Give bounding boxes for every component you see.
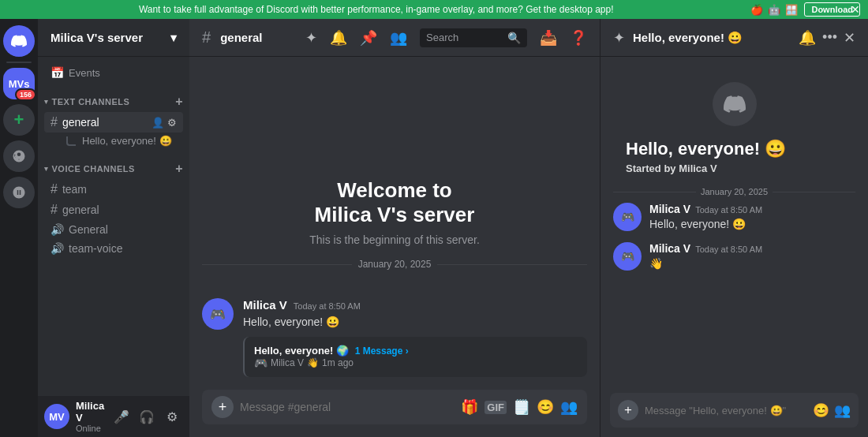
server-icon-milica[interactable]: MVs 156 (3, 68, 35, 99)
date-divider-text: January 20, 2025 (358, 259, 432, 270)
notification-bell-icon[interactable]: 🔔 (330, 29, 347, 47)
channels-list: 📅 Events ▾ TEXT CHANNELS + # general 👤 ⚙ (38, 57, 189, 396)
emoji-icon[interactable]: 😊 (537, 398, 554, 416)
discord-home-button[interactable] (3, 25, 35, 57)
download-server-icon[interactable] (3, 140, 35, 172)
thread-hello-everyone[interactable]: Hello, everyone! 😀 (44, 133, 183, 149)
channel-member-icon[interactable]: 👤 (152, 117, 164, 129)
people-icon[interactable]: 👥 (560, 398, 578, 416)
channel-settings-icon[interactable]: ⚙ (167, 117, 177, 129)
channel-general2-name: general (62, 204, 99, 216)
thread-bell-icon[interactable]: 🔔 (799, 29, 816, 47)
reply-from-emoji: 👋 (307, 357, 319, 368)
channel-team-name: team (62, 183, 87, 196)
voice-icon-general: 🔊 (51, 223, 64, 236)
hashtag-icon[interactable]: ✦ (305, 29, 317, 47)
thread-message-1: 🎮 Milica V Today at 8:50 AM Hello, every… (613, 203, 855, 233)
thread-line (66, 136, 76, 146)
server-header[interactable]: Milica V's server ▾ (38, 19, 189, 57)
server-list: MVs 156 + (0, 19, 38, 437)
thread-people-icon[interactable]: 👥 (834, 402, 851, 419)
message-author: Milica V (243, 298, 287, 312)
sidebar: Milica V's server ▾ 📅 Events ▾ TEXT CHAN… (38, 19, 189, 437)
voice-team-name: team-voice (69, 242, 122, 255)
voice-channels-category[interactable]: ▾ VOICE CHANNELS + (38, 149, 189, 179)
banner-text: Want to take full advantage of Discord w… (8, 4, 744, 15)
calendar-icon: 📅 (51, 66, 64, 79)
thread-avatar-2: 🎮 (613, 242, 642, 271)
message-group: 🎮 Milica V Today at 8:50 AM Hello, every… (202, 298, 587, 377)
channel-voice-general[interactable]: 🔊 General (44, 220, 183, 239)
channel-general-name: general (62, 116, 99, 129)
reply-avatar-emoji: 🎮 (254, 357, 268, 369)
user-name: Milica V (76, 400, 104, 424)
date-divider: January 20, 2025 (202, 259, 587, 270)
user-area: MV Milica V Online 🎤 🎧 ⚙ (38, 396, 189, 437)
search-icon: 🔍 (507, 32, 521, 44)
sidebar-events[interactable]: 📅 Events (44, 63, 183, 82)
reply-text: Hello, everyone! 🌍 (254, 345, 349, 357)
voice-channels-label: VOICE CHANNELS (52, 164, 135, 174)
text-channels-category[interactable]: ▾ TEXT CHANNELS + (38, 82, 189, 112)
thread-header-actions: 🔔 ••• ✕ (799, 29, 855, 47)
user-settings-button[interactable]: ⚙ (161, 405, 183, 428)
user-info: Milica V Online (76, 400, 104, 433)
add-server-button[interactable]: + (3, 104, 35, 136)
reply-from-name: Milica V (271, 357, 304, 368)
inbox-icon[interactable]: 📥 (540, 29, 557, 47)
server-list-divider (6, 62, 32, 63)
thread-input-box: + 😊 👥 (610, 393, 859, 428)
message-input-box: + 🎁 GIF 🗒️ 😊 👥 (202, 390, 587, 424)
thread-msg-time-1: Today at 8:50 AM (695, 205, 762, 215)
mute-button[interactable]: 🎤 (110, 405, 133, 428)
user-avatar: MV (44, 404, 69, 429)
thread-message-input[interactable] (645, 405, 806, 416)
search-bar[interactable]: Search 🔍 (420, 28, 527, 47)
reply-link[interactable]: 1 Message › (355, 345, 409, 357)
thread-add-button[interactable]: + (618, 400, 638, 420)
gift-icon[interactable]: 🎁 (461, 398, 478, 416)
thread-started-by: Started by Milica V (613, 162, 855, 174)
thread-name: Hello, everyone! 😀 (82, 135, 172, 147)
message-input[interactable] (240, 401, 455, 413)
main-layout: MVs 156 + Milica V's server ▾ 📅 Events ▾… (0, 19, 868, 437)
thread-panel-title: Hello, everyone! 😀 (633, 31, 791, 45)
welcome-section: Welcome to Milica V's server This is the… (202, 178, 587, 282)
welcome-title: Welcome to Milica V's server (202, 178, 587, 227)
text-channel-icon-team: # (51, 182, 58, 196)
add-attachment-button[interactable]: + (211, 396, 234, 418)
thread-panel: ✦ Hello, everyone! 😀 🔔 ••• ✕ Hello, ever… (600, 19, 868, 437)
thread-more-icon[interactable]: ••• (822, 29, 837, 47)
voice-icon-team: 🔊 (51, 242, 64, 255)
thread-msg-text-1: Hello, everyone! 😀 (649, 217, 855, 233)
thread-date-divider: January 20, 2025 (613, 187, 855, 196)
channel-team[interactable]: # team (44, 179, 183, 200)
sticker-icon[interactable]: 🗒️ (513, 398, 530, 416)
channel-voice-team[interactable]: 🔊 team-voice (44, 239, 183, 258)
thread-close-icon[interactable]: ✕ (844, 29, 855, 47)
message-content: Milica V Today at 8:50 AM Hello, everyon… (243, 298, 587, 377)
windows-icon: 🪟 (785, 4, 798, 16)
gif-icon[interactable]: GIF (485, 401, 507, 414)
thread-input-icons: 😊 👥 (813, 402, 851, 419)
banner-platform-icons: 🍎 🤖 🪟 (750, 4, 798, 16)
channel-general[interactable]: # general 👤 ⚙ (44, 112, 183, 133)
thread-date-text: January 20, 2025 (701, 187, 768, 196)
thread-messages: Hello, everyone! 😀 Started by Milica V J… (600, 57, 868, 393)
channel-general2[interactable]: # general (44, 200, 183, 220)
thread-avatar-1: 🎮 (613, 203, 642, 231)
message-input-area: + 🎁 GIF 🗒️ 😊 👥 (189, 390, 600, 437)
pin-icon[interactable]: 📌 (360, 29, 377, 47)
headset-button[interactable]: 🎧 (136, 405, 158, 428)
apple-icon: 🍎 (750, 4, 763, 16)
banner-close-button[interactable]: ✕ (851, 3, 860, 16)
add-text-channel-icon[interactable]: + (175, 95, 183, 109)
chat-hash-icon: # (202, 28, 211, 47)
help-icon[interactable]: ❓ (570, 29, 587, 47)
voice-channels-chevron: ▾ (44, 165, 49, 173)
add-voice-channel-icon[interactable]: + (175, 162, 183, 176)
explore-servers-button[interactable] (3, 177, 35, 208)
thread-emoji-icon[interactable]: 😊 (813, 402, 829, 419)
chat-area: # general ✦ 🔔 📌 👥 Search 🔍 📥 ❓ Welcome t… (189, 19, 600, 437)
members-icon[interactable]: 👥 (390, 29, 407, 47)
